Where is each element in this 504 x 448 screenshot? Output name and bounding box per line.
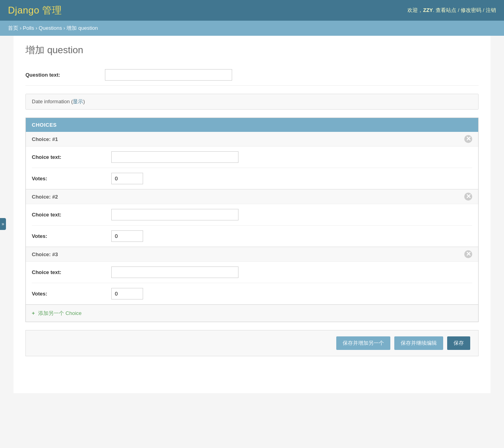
choice-1-text-label: Choice text:	[32, 154, 111, 160]
save-add-button[interactable]: 保存并增加另一个	[336, 336, 390, 350]
delete-choice-3-button[interactable]: ✕	[464, 250, 472, 258]
choice-2-text-row: Choice text:	[32, 204, 472, 226]
choice-2-text-input[interactable]	[111, 209, 238, 220]
breadcrumb-current: 增加 question	[66, 25, 98, 31]
breadcrumb: 首页 › Polls › Questions › 增加 question	[0, 21, 504, 36]
choice-3-header: Choice: #3 ✕	[26, 247, 478, 262]
choice-3-text-label: Choice text:	[32, 269, 111, 275]
welcome-text: 欢迎，	[407, 7, 423, 13]
breadcrumb-sep1: ›	[20, 25, 23, 31]
choice-1-header: Choice: #1 ✕	[26, 132, 478, 147]
choice-1-votes-label: Votes:	[32, 176, 111, 182]
choice-2-body: Choice text: Votes:	[26, 204, 478, 247]
choice-1-votes-input[interactable]	[111, 173, 143, 184]
choice-3-body: Choice text: Votes:	[26, 262, 478, 304]
date-info-section: Date information (显示)	[25, 94, 479, 110]
breadcrumb-polls[interactable]: Polls	[23, 25, 34, 31]
choice-3-votes-input[interactable]	[111, 288, 143, 299]
plus-icon: +	[32, 310, 36, 316]
logout-link[interactable]: 注销	[486, 7, 496, 13]
choice-item-3: Choice: #3 ✕ Choice text: Votes:	[26, 247, 478, 305]
choice-item-1: Choice: #1 ✕ Choice text: Votes:	[26, 132, 478, 189]
toggle-icon: »	[2, 221, 4, 227]
choice-1-title: Choice: #1	[32, 136, 58, 142]
choice-2-title: Choice: #2	[32, 194, 58, 200]
choices-section: CHOICES Choice: #1 ✕ Choice text: Votes:	[25, 118, 479, 322]
submit-row: 保存并增加另一个 保存并继续编辑 保存	[25, 330, 479, 356]
user-tools: 欢迎，ZZY. 查看站点 / 修改密码 / 注销	[407, 7, 496, 14]
question-text-label: Question text:	[25, 72, 105, 78]
date-info-label: Date information (	[32, 98, 73, 104]
choice-3-votes-row: Votes:	[32, 283, 472, 304]
delete-choice-2-button[interactable]: ✕	[464, 193, 472, 201]
question-text-row: Question text:	[25, 64, 479, 86]
date-info-toggle[interactable]: 显示	[73, 98, 83, 104]
page-title: 增加 question	[25, 44, 479, 56]
add-another-choice-link[interactable]: + 添加另一个 Choice	[32, 310, 81, 316]
choice-1-body: Choice text: Votes:	[26, 147, 478, 189]
choice-1-votes-row: Votes:	[32, 168, 472, 189]
header: Django 管理 欢迎，ZZY. 查看站点 / 修改密码 / 注销	[0, 0, 504, 21]
separator2: /	[483, 7, 486, 13]
content-main: 增加 question Question text: Date informat…	[14, 36, 490, 393]
choice-1-text-input[interactable]	[111, 151, 238, 163]
choice-item-2: Choice: #2 ✕ Choice text: Votes:	[26, 189, 478, 247]
choice-3-votes-label: Votes:	[32, 291, 111, 297]
choice-2-header: Choice: #2 ✕	[26, 189, 478, 204]
username: ZZY	[423, 7, 433, 13]
choice-3-text-row: Choice text:	[32, 262, 472, 283]
choice-3-text-input[interactable]	[111, 266, 238, 278]
date-info-header[interactable]: Date information (显示)	[26, 94, 478, 109]
choices-header: CHOICES	[26, 118, 478, 132]
choice-2-votes-input[interactable]	[111, 230, 143, 242]
choice-2-votes-row: Votes:	[32, 226, 472, 247]
save-continue-button[interactable]: 保存并继续编辑	[394, 336, 443, 350]
choice-1-text-row: Choice text:	[32, 147, 472, 168]
change-password-link[interactable]: 修改密码	[461, 7, 481, 13]
choice-2-text-label: Choice text:	[32, 212, 111, 218]
site-title: Django 管理	[8, 4, 62, 17]
sidebar-toggle[interactable]: »	[0, 218, 6, 230]
view-site-link[interactable]: 查看站点	[436, 7, 456, 13]
save-button[interactable]: 保存	[447, 336, 470, 350]
add-another-row: + 添加另一个 Choice	[26, 305, 478, 322]
breadcrumb-home[interactable]: 首页	[8, 25, 18, 31]
breadcrumb-questions[interactable]: Questions	[39, 25, 62, 31]
delete-choice-1-button[interactable]: ✕	[464, 135, 472, 143]
choice-3-title: Choice: #3	[32, 251, 58, 257]
choice-2-votes-label: Votes:	[32, 233, 111, 239]
question-text-input[interactable]	[105, 69, 232, 81]
